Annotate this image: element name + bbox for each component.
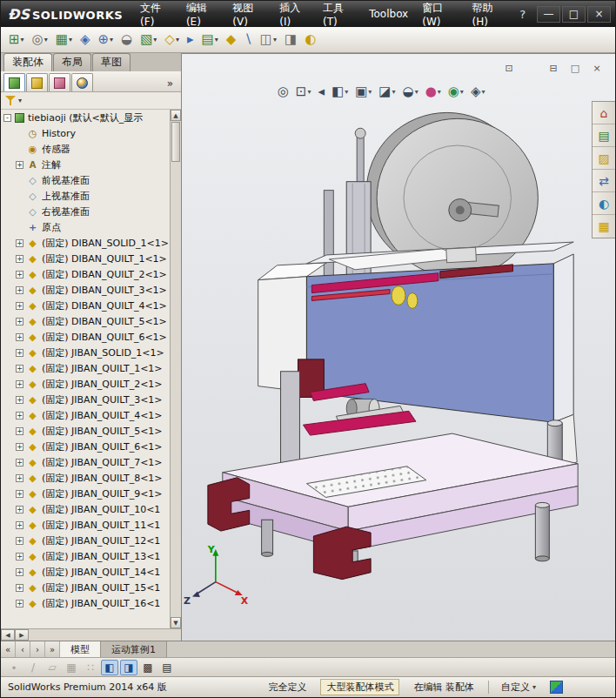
- menu-edit[interactable]: 编辑(E): [179, 1, 225, 27]
- tree-expander-icon[interactable]: [16, 224, 23, 232]
- view-triad[interactable]: Y X Z: [184, 544, 249, 607]
- zoom-to-area-button[interactable]: ⊡ ▾: [293, 82, 314, 102]
- filter-faces-button[interactable]: ▱: [44, 660, 61, 675]
- graphics-area[interactable]: Y X Z ⊡ ⊟: [182, 53, 615, 641]
- scrollbar-track[interactable]: [171, 163, 181, 617]
- filter-edges-button[interactable]: /: [24, 660, 42, 675]
- tree-item[interactable]: + (固定) JIBAN_QUILT_7<1>: [1, 454, 170, 470]
- tab-sketch[interactable]: 草图: [92, 53, 131, 71]
- tree-expander-icon[interactable]: +: [16, 396, 23, 404]
- snap-options-button[interactable]: ∷: [82, 660, 99, 675]
- tree-item[interactable]: + (固定) JIBAN_QUILT_11<1: [1, 517, 170, 533]
- new-motion-study-button[interactable]: ▸: [184, 29, 198, 50]
- tree-item[interactable]: + (固定) JIBAN_SOLID_1<1>: [1, 345, 170, 360]
- filter-vertices-button[interactable]: ∙: [5, 660, 23, 675]
- tree-item[interactable]: 传感器: [1, 141, 170, 157]
- tab-layout[interactable]: 布局: [53, 53, 91, 71]
- insert-components-button[interactable]: ⊞ ▾: [5, 29, 28, 50]
- filter-funnel-icon[interactable]: [5, 96, 16, 105]
- section-view-button[interactable]: ◧ ▾: [329, 82, 351, 102]
- tree-expander-icon[interactable]: +: [16, 568, 23, 576]
- tree-expander-icon[interactable]: +: [16, 365, 23, 372]
- maximize-button[interactable]: □: [562, 6, 586, 23]
- previous-tab-button[interactable]: ‹: [16, 641, 30, 657]
- model-clamp-right[interactable]: [313, 527, 371, 579]
- tree-item[interactable]: + (固定) JIBAN_QUILT_2<1>: [1, 376, 170, 392]
- tree-expander-icon[interactable]: +: [16, 537, 23, 545]
- tab-assembly[interactable]: 装配体: [3, 53, 52, 71]
- tree-expander-icon[interactable]: -: [3, 114, 11, 122]
- tree-item[interactable]: + (固定) DIBAN_QUILT_5<1>: [1, 313, 170, 329]
- tree-item[interactable]: + (固定) JIBAN_QUILT_15<1: [1, 580, 170, 595]
- tab-motion-study-1[interactable]: 运动算例1: [101, 641, 167, 657]
- scrollbar-thumb[interactable]: [171, 122, 180, 162]
- tree-item[interactable]: History: [1, 125, 170, 141]
- tree-item[interactable]: 右视基准面: [1, 204, 170, 219]
- tree-expander-icon[interactable]: +: [16, 318, 23, 326]
- view-orientation-button[interactable]: ▣ ▾: [352, 82, 374, 102]
- clearance-verification-button[interactable]: ◨: [281, 29, 300, 50]
- tree-expander-icon[interactable]: [16, 192, 23, 200]
- tree-item[interactable]: + (固定) JIBAN_QUILT_6<1>: [1, 439, 170, 454]
- linear-component-pattern-button[interactable]: ▦ ▾: [52, 29, 76, 50]
- tree-item[interactable]: 原点: [1, 219, 170, 235]
- dropdown-arrow-icon[interactable]: ▾: [18, 97, 22, 104]
- tree-expander-icon[interactable]: [16, 130, 23, 138]
- tree-expander-icon[interactable]: +: [16, 255, 23, 263]
- tree-expander-icon[interactable]: +: [16, 427, 23, 435]
- menu-view[interactable]: 视图(V): [225, 1, 272, 27]
- appearances-scenes-tab[interactable]: ◐: [593, 192, 615, 215]
- featuremanager-tab[interactable]: [3, 73, 25, 91]
- zoom-to-fit-button[interactable]: ◎: [275, 82, 291, 102]
- tree-item[interactable]: + (固定) DIBAN_QUILT_6<1>: [1, 329, 170, 345]
- help-icon[interactable]: ?: [512, 8, 532, 21]
- menu-toolbox[interactable]: Toolbox: [362, 1, 415, 27]
- last-tab-button[interactable]: »: [45, 641, 60, 657]
- tree-item[interactable]: + (固定) JIBAN_QUILT_1<1>: [1, 360, 170, 376]
- front-view-button[interactable]: ◧: [101, 660, 118, 675]
- tree-item[interactable]: + (固定) JIBAN_QUILT_10<1: [1, 501, 170, 517]
- tree-expander-icon[interactable]: +: [16, 521, 23, 529]
- design-library-tab[interactable]: ▤: [593, 124, 615, 147]
- scroll-up-icon[interactable]: ▲: [171, 110, 181, 121]
- tree-expander-icon[interactable]: +: [16, 600, 23, 607]
- tree-item[interactable]: + (固定) JIBAN_QUILT_3<1>: [1, 392, 170, 407]
- tree-expander-icon[interactable]: +: [16, 490, 23, 498]
- tree-expander-icon[interactable]: [16, 145, 23, 153]
- interference-detection-button[interactable]: ◫ ▾: [257, 29, 280, 50]
- tree-item[interactable]: + (固定) JIBAN_QUILT_5<1>: [1, 423, 170, 439]
- configurationmanager-tab[interactable]: [49, 73, 70, 91]
- menu-tools[interactable]: 工具(T): [316, 1, 362, 27]
- ime-icon[interactable]: [550, 681, 563, 694]
- show-hidden-components-button[interactable]: ◒: [117, 29, 136, 50]
- tree-item[interactable]: + (固定) JIBAN_QUILT_16<1: [1, 595, 170, 611]
- bill-of-materials-button[interactable]: ▤ ▾: [198, 29, 221, 50]
- toggle-selection-filters-button[interactable]: ▦: [63, 660, 80, 675]
- tree-item[interactable]: + (固定) DIBAN_QUILT_1<1>: [1, 251, 170, 266]
- instant3d-button[interactable]: ◐: [301, 29, 319, 50]
- edit-appearance-button[interactable]: ● ▾: [423, 82, 444, 102]
- tree-item[interactable]: + (固定) DIBAN_QUILT_2<1>: [1, 266, 170, 282]
- mate-button[interactable]: ◎ ▾: [29, 29, 51, 50]
- view-settings-button[interactable]: ◈ ▾: [468, 82, 488, 102]
- isometric-view-button[interactable]: ◨: [120, 660, 137, 675]
- restore-document-button[interactable]: □: [567, 63, 583, 76]
- pane-layout-button[interactable]: ⊟: [546, 63, 561, 76]
- tree-expander-icon[interactable]: +: [16, 349, 23, 357]
- scroll-right-icon[interactable]: ▶: [15, 629, 29, 641]
- double-chevron-icon[interactable]: »: [162, 77, 178, 91]
- model-canvas[interactable]: Y X Z: [182, 54, 615, 641]
- minimize-button[interactable]: —: [537, 6, 560, 23]
- hide-show-items-button[interactable]: ◒ ▾: [400, 82, 421, 102]
- tree-expander-icon[interactable]: [16, 208, 23, 216]
- menu-help[interactable]: 帮助(H): [465, 1, 513, 27]
- tree-item[interactable]: + (固定) DIBAN_QUILT_3<1>: [1, 282, 170, 298]
- tree-item[interactable]: + (固定) JIBAN_QUILT_13<1: [1, 548, 170, 564]
- tree-item[interactable]: 上视基准面: [1, 188, 170, 204]
- split-pane-button[interactable]: ⊡: [501, 63, 517, 76]
- tree-root-item[interactable]: - tiebiaoji (默认<默认_显示: [1, 110, 170, 125]
- tree-expander-icon[interactable]: +: [16, 161, 23, 169]
- tab-model[interactable]: 模型: [60, 641, 101, 657]
- close-document-button[interactable]: ×: [589, 63, 605, 76]
- tree-expander-icon[interactable]: +: [16, 443, 23, 451]
